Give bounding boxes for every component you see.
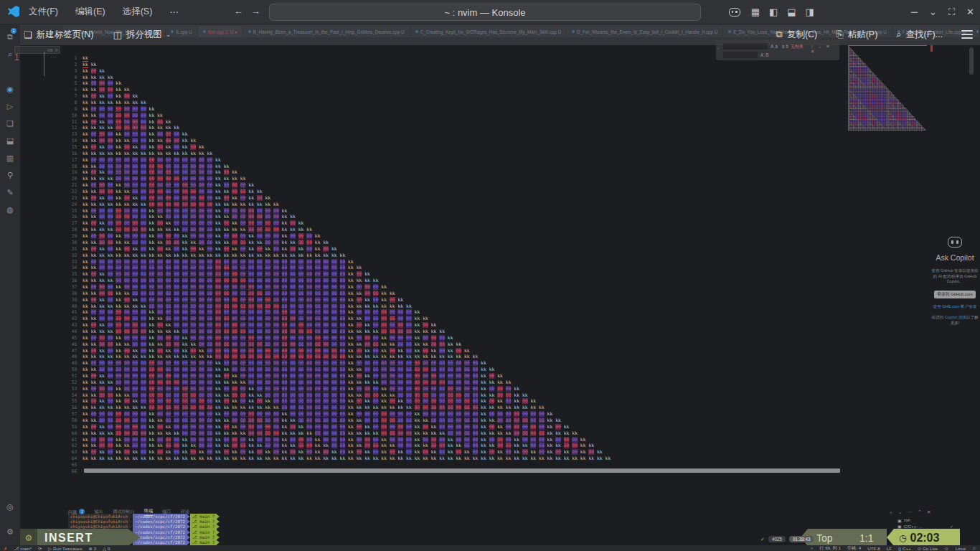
copilot-walkthrough-text: 或访问 Copilot 演练以了解更多!: [931, 315, 979, 326]
maximize-icon[interactable]: ⛶: [948, 6, 955, 18]
ghe-signin-link[interactable]: 使用 GHE.com 帐户登录: [931, 304, 979, 310]
remote-robot-icon[interactable]: ◉: [0, 85, 20, 94]
paste-button[interactable]: ⎘ 粘贴(P): [836, 29, 877, 41]
new-tab-icon: ❏: [24, 29, 32, 40]
menu-item[interactable]: ⋯: [169, 6, 179, 17]
close-icon[interactable]: ✕: [811, 49, 816, 54]
git-branch[interactable]: ⎇main*: [14, 546, 32, 551]
cursor-position[interactable]: 行 66, 列 1: [819, 545, 841, 551]
toggle-sidebar-icon[interactable]: ◧: [769, 6, 778, 17]
chart-icon[interactable]: ▥: [0, 154, 20, 163]
more-actions-icon[interactable]: ⋯: [908, 509, 913, 517]
panel-tab-输出[interactable]: 输出: [94, 509, 103, 515]
terminal-list-item[interactable]: ▣zsh: [895, 517, 956, 524]
overview-ruler-error-mark: [930, 45, 933, 52]
run-debug-icon[interactable]: ▷: [0, 102, 20, 111]
toggle-panel-icon[interactable]: ⬓: [787, 6, 796, 17]
copy-button[interactable]: ⧉ 复制(C): [776, 29, 818, 41]
problems-warnings[interactable]: △0: [103, 546, 110, 551]
panel-tab-终端[interactable]: 终端: [144, 508, 153, 516]
split-view-icon: ◫: [113, 29, 122, 40]
clock-time: 02:03: [910, 532, 939, 545]
search-icon: ⌕: [896, 29, 901, 40]
minimap[interactable]: [848, 46, 927, 133]
vim-mode-indicator: INSERT: [37, 529, 128, 547]
vim-statusline-right: Top 1:1 ◷ 02:03: [801, 529, 980, 547]
menu-item[interactable]: 编辑(E): [75, 6, 105, 18]
powerline-arrow: [128, 529, 141, 546]
theme-icon[interactable]: ✎: [0, 188, 20, 197]
connections-icon[interactable]: ⚲: [0, 171, 20, 180]
copilot-status-glyph: ☺: [944, 546, 948, 551]
menu-item[interactable]: 选择(S): [123, 6, 153, 18]
terminal-dropdown-icon[interactable]: ⌄: [898, 509, 903, 517]
menu-item[interactable]: 文件(F): [29, 6, 58, 18]
find-widget-grip-icon[interactable]: ‹: [717, 46, 719, 50]
editor-tab[interactable]: B_Having_Been_a_Treasurer_in_the_Past_I_…: [243, 26, 410, 37]
web-icon[interactable]: ◍: [0, 205, 20, 215]
sync-icon[interactable]: ⟳: [38, 546, 42, 551]
editor-tab[interactable]: D_For_Wizards_the_Exam_Is_Easy_but_I_Cou…: [567, 26, 722, 37]
new-terminal-icon[interactable]: ＋: [888, 509, 893, 517]
panel-tab-评论[interactable]: 评论: [180, 509, 189, 515]
find-button[interactable]: ⌕ 查找(F)...: [896, 29, 943, 41]
replace-input[interactable]: [723, 52, 758, 58]
nav-back-icon[interactable]: ←: [234, 6, 243, 17]
minimize-icon[interactable]: ─: [911, 6, 918, 18]
replace-icons[interactable]: AB: [760, 52, 771, 57]
maximize-panel-icon[interactable]: ⌃: [918, 509, 922, 517]
customize-layout-icon[interactable]: ▦: [751, 6, 760, 17]
panel-tab-bar: 问题2输出调试控制台终端端口评论: [68, 508, 189, 516]
walkthrough-link[interactable]: Copilot 演练: [945, 315, 966, 319]
editor-tab[interactable]: C_Creating_Keys_for_StORages_Has_Become_…: [410, 26, 566, 37]
panel-header-actions: ＋⌄⋯⌃✕: [888, 509, 931, 517]
konsole-toolbar-left: ❏ 新建标签页(N) ◫ 拆分视图 ⌄: [24, 24, 171, 45]
restore-down-icon[interactable]: ⌄: [929, 6, 937, 18]
tab-label: C_Creating_Keys_for_StORages_Has_Become_…: [420, 29, 561, 34]
language-mode[interactable]: {}C++: [898, 546, 911, 551]
os-indicator[interactable]: Linux: [956, 546, 966, 551]
terminal-prompt-line: chiyoyuki@ChiyofukiArch~/codes/xcpc/cf/2…: [68, 519, 220, 524]
nav-forward-icon[interactable]: →: [251, 6, 260, 17]
new-tab-button[interactable]: ❏ 新建标签页(N): [24, 29, 94, 41]
split-view-button[interactable]: ◫ 拆分视图 ⌄: [113, 29, 171, 41]
remote-indicator[interactable]: ✗: [4, 546, 7, 551]
terminal-label: C/C++: …: [904, 524, 923, 529]
extensions-icon[interactable]: ❏: [0, 119, 20, 128]
tab-label: B_Having_Been_a_Treasurer_in_the_Past_I_…: [253, 29, 405, 34]
remote-explorer-icon[interactable]: ⬓: [0, 136, 20, 146]
tab-label: D_For_Wizards_the_Exam_Is_Easy_but_I_Cou…: [577, 29, 717, 34]
toggle-secondary-sidebar-icon[interactable]: ◨: [806, 6, 814, 17]
run-testcases-button[interactable]: ▷Run Testcases: [48, 546, 82, 551]
files-icon[interactable]: ⧉: [0, 32, 20, 42]
copilot-status[interactable]: ☺: [944, 546, 948, 551]
copilot-icon[interactable]: [729, 8, 740, 17]
sync-icon-glyph: ⟳: [38, 546, 42, 551]
nvim-buffer[interactable]: 1 kk 2 kk kk 3 kk 00 kk 4 kk kk kk kk 5 …: [66, 55, 611, 475]
zoom-indicator[interactable]: ⌕: [811, 545, 813, 551]
editor-tab[interactable]: test.cpp 2, U ●: [198, 26, 242, 37]
find-input[interactable]: [723, 43, 768, 50]
konsole-window-title[interactable]: ~ : nvim — Konsole: [269, 4, 701, 21]
indentation[interactable]: 空格: 4: [847, 545, 861, 551]
problems-errors[interactable]: ⊗2: [89, 546, 97, 551]
panel-tab-调试控制台[interactable]: 调试控制台: [113, 509, 135, 515]
ghost-search-input[interactable]: AB ⟳: [14, 46, 60, 54]
file-icon: [171, 30, 174, 33]
encoding[interactable]: UTF-8: [867, 546, 880, 551]
gear-icon: ⚙: [20, 529, 37, 547]
more-actions-icon[interactable]: ⋯: [50, 54, 56, 60]
scrollbar-thumb[interactable]: [969, 47, 974, 75]
signin-github-button[interactable]: 登录到 GitHub.com: [934, 291, 976, 298]
go-live[interactable]: ⊙Go Live: [918, 546, 938, 551]
account-icon[interactable]: ◎: [0, 502, 20, 512]
eol[interactable]: LF: [887, 546, 892, 551]
hamburger-menu-icon[interactable]: [961, 30, 973, 39]
close-panel-icon[interactable]: ✕: [927, 509, 931, 517]
panel-tab-问题[interactable]: 问题2: [68, 509, 85, 516]
close-icon[interactable]: ✕: [966, 6, 974, 18]
notifications-bell[interactable]: ⚐: [972, 546, 976, 551]
prompt-git-branch: ⎇ main ?: [190, 529, 217, 534]
panel-tab-端口[interactable]: 端口: [162, 509, 171, 515]
settings-gear-icon[interactable]: ⚙: [0, 527, 20, 537]
